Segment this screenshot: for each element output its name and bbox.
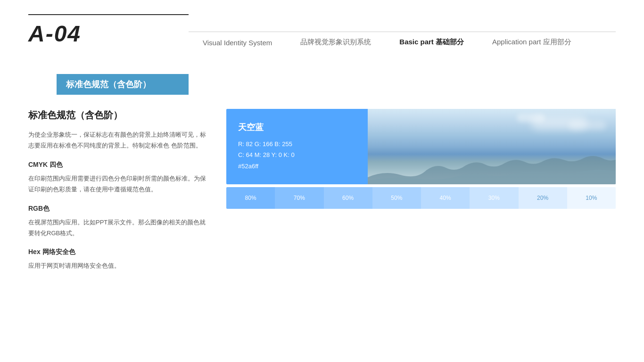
subsection-desc-1: 在视屏范围内应用。比如PPT展示文件。那么图像的相关的颜色就要转化RGB格式。: [28, 217, 207, 239]
color-swatch-0: 80%: [226, 187, 275, 209]
color-swatch-3: 50%: [372, 187, 421, 209]
nav-item-brand[interactable]: 品牌视觉形象识别系统: [286, 38, 385, 47]
page-header: A-04 Visual Identity System 品牌视觉形象识别系统 B…: [0, 0, 644, 47]
color-swatches: 80%70%60%50%40%30%20%10%: [226, 187, 616, 209]
subsection-title-0: CMYK 四色: [28, 161, 207, 169]
page-code: A-04: [28, 21, 189, 47]
color-values: R: 82 G: 166 B: 255 C: 64 M: 28 Y: 0 K: …: [238, 139, 356, 172]
color-cmyk: C: 64 M: 28 Y: 0 K: 0: [238, 149, 356, 160]
section-title-bar: 标准色规范（含色阶）: [57, 74, 189, 95]
color-swatch-2: 60%: [324, 187, 372, 209]
header-left: A-04: [28, 14, 189, 47]
color-info-box: 天空蓝 R: 82 G: 166 B: 255 C: 64 M: 28 Y: 0…: [226, 109, 368, 184]
color-swatch-1: 70%: [275, 187, 323, 209]
color-swatch-5: 30%: [470, 187, 518, 209]
nav-item-app[interactable]: Application part 应用部分: [478, 38, 586, 47]
color-main-block: 天空蓝 R: 82 G: 166 B: 255 C: 64 M: 28 Y: 0…: [226, 109, 616, 184]
nav-item-vis[interactable]: Visual Identity System: [189, 39, 286, 47]
main-content: 标准色规范（含色阶） 为使企业形象统一，保证标志在有颜色的背景上始终清晰可见，标…: [0, 95, 644, 295]
subsection-title-2: Hex 网络安全色: [28, 248, 207, 256]
color-photo: [368, 109, 616, 184]
color-name: 天空蓝: [238, 122, 356, 133]
sky-gradient: [368, 109, 616, 184]
mountain-silhouette: [368, 156, 616, 184]
color-swatch-4: 40%: [421, 187, 470, 209]
left-panel: 标准色规范（含色阶） 为使企业形象统一，保证标志在有颜色的背景上始终清晰可见，标…: [28, 109, 207, 281]
nav-item-basic[interactable]: Basic part 基础部分: [385, 38, 478, 47]
color-rgb: R: 82 G: 166 B: 255: [238, 139, 356, 149]
main-description: 为使企业形象统一，保证标志在有颜色的背景上始终清晰可见，标志要应用在标准色不同纯…: [28, 129, 207, 151]
color-swatch-6: 20%: [519, 187, 567, 209]
subsection-title-1: RGB色: [28, 205, 207, 213]
subsection-desc-0: 在印刷范围内应用需要进行四色分色印刷时所需的颜色标准。为保证印刷的色彩质量，请在…: [28, 173, 207, 195]
subsection-desc-2: 应用于网页时请用网络安全色值。: [28, 260, 207, 271]
color-swatch-7: 10%: [567, 187, 616, 209]
main-heading: 标准色规范（含色阶）: [28, 109, 207, 122]
color-hex: #52a6ff: [238, 161, 356, 172]
right-panel: 天空蓝 R: 82 G: 166 B: 255 C: 64 M: 28 Y: 0…: [226, 109, 616, 281]
header-nav: Visual Identity System 品牌视觉形象识别系统 Basic …: [189, 32, 616, 47]
section-title-text: 标准色规范（含色阶）: [66, 80, 151, 89]
